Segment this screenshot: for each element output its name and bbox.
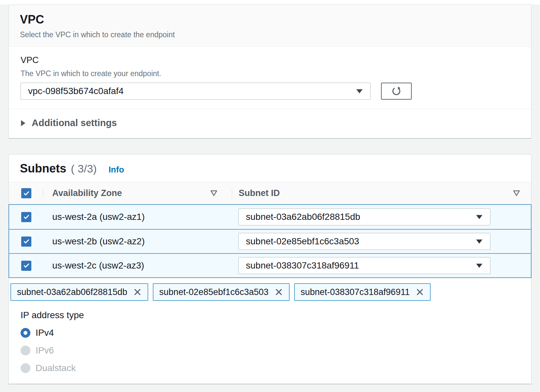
subnet-id-cell: subnet-03a62ab06f28815db	[232, 208, 531, 225]
subnets-table-body: us-west-2a (usw2-az1) subnet-03a62ab06f2…	[8, 204, 532, 278]
table-row: us-west-2a (usw2-az1) subnet-03a62ab06f2…	[9, 205, 531, 229]
availability-zone-cell: us-west-2b (usw2-az2)	[43, 236, 232, 247]
availability-zone-value: us-west-2b (usw2-az2)	[52, 236, 145, 247]
select-all-checkbox[interactable]	[21, 188, 31, 198]
subnet-select-value: subnet-02e85ebf1c6c3a503	[246, 236, 359, 247]
subnet-id-header-cell[interactable]: Subnet ID	[232, 188, 531, 198]
close-icon[interactable]	[416, 288, 424, 296]
subnet-token: subnet-03a62ab06f28815db	[10, 283, 148, 301]
subnet-select-value: subnet-038307c318af96911	[246, 260, 359, 271]
availability-zone-cell: us-west-2c (usw2-az3)	[43, 260, 232, 271]
panel-gap	[0, 139, 540, 154]
table-row: us-west-2c (usw2-az3) subnet-038307c318a…	[9, 253, 531, 277]
subnet-token-label: subnet-038307c318af96911	[301, 287, 410, 297]
row-checkbox[interactable]	[21, 212, 31, 222]
additional-settings-toggle[interactable]: Additional settings	[9, 109, 531, 138]
select-all-cell	[9, 188, 43, 198]
expand-triangle-icon	[21, 120, 26, 127]
availability-zone-cell: us-west-2a (usw2-az1)	[43, 212, 232, 222]
subnet-select[interactable]: subnet-02e85ebf1c6c3a503	[238, 233, 490, 250]
subnet-token-label: subnet-02e85ebf1c6c3a503	[159, 287, 269, 297]
subnet-select[interactable]: subnet-03a62ab06f28815db	[238, 208, 490, 225]
subnets-panel-header: Subnets ( 3/3) Info	[9, 155, 531, 182]
vpc-panel-title: VPC	[20, 13, 520, 26]
subnet-token-label: subnet-03a62ab06f28815db	[17, 287, 127, 297]
radio-option-dualstack: Dualstack	[21, 363, 519, 373]
ip-address-type-label: IP address type	[21, 310, 519, 320]
ipv6-radio	[21, 346, 30, 355]
subnet-id-cell: subnet-038307c318af96911	[232, 257, 531, 274]
row-checkbox[interactable]	[21, 261, 31, 271]
page-top-strip	[0, 0, 540, 5]
vpc-field-description: The VPC in which to create your endpoint…	[21, 69, 519, 78]
subnet-id-cell: subnet-02e85ebf1c6c3a503	[232, 233, 531, 250]
refresh-icon	[391, 86, 401, 96]
chevron-down-icon	[476, 263, 483, 268]
vpc-panel-subtitle: Select the VPC in which to create the en…	[20, 30, 520, 39]
subnet-select-value: subnet-03a62ab06f28815db	[246, 212, 360, 222]
chevron-down-icon	[476, 215, 483, 220]
chevron-down-icon	[356, 89, 363, 94]
radio-option-ipv6: IPv6	[21, 345, 519, 356]
table-row: us-west-2b (usw2-az2) subnet-02e85ebf1c6…	[9, 229, 531, 253]
sort-icon[interactable]	[513, 190, 520, 196]
row-checkbox[interactable]	[21, 237, 31, 247]
subnets-panel-title: Subnets	[20, 162, 66, 175]
subnet-select[interactable]: subnet-038307c318af96911	[238, 257, 490, 274]
additional-settings-label: Additional settings	[32, 118, 117, 128]
vpc-select-row: vpc-098f53b674c0afaf4	[21, 83, 519, 100]
chevron-down-icon	[476, 239, 483, 244]
refresh-button[interactable]	[381, 83, 412, 100]
availability-zone-value: us-west-2c (usw2-az3)	[52, 260, 144, 271]
ip-address-type-group: IP address type IPv4 IPv6 Dualstack	[21, 310, 519, 384]
sort-icon[interactable]	[210, 190, 217, 196]
subnets-count: ( 3/3)	[71, 162, 97, 175]
subnet-id-header-label: Subnet ID	[239, 188, 280, 198]
subnet-token-group: subnet-03a62ab06f28815db subnet-02e85ebf…	[10, 283, 520, 301]
vpc-panel-body: VPC The VPC in which to create your endp…	[9, 47, 531, 100]
subnet-token: subnet-02e85ebf1c6c3a503	[153, 283, 290, 301]
availability-zone-header-cell[interactable]: Availability Zone	[43, 188, 232, 198]
ipv6-radio-label: IPv6	[36, 345, 54, 356]
availability-zone-value: us-west-2a (usw2-az1)	[52, 212, 145, 222]
subnets-table-header: Availability Zone Subnet ID	[9, 182, 531, 204]
dualstack-radio-label: Dualstack	[36, 363, 76, 373]
vpc-select[interactable]: vpc-098f53b674c0afaf4	[21, 83, 371, 100]
row-select-cell	[9, 212, 43, 222]
availability-zone-header-label: Availability Zone	[52, 188, 122, 198]
close-icon[interactable]	[133, 288, 142, 296]
dualstack-radio	[21, 363, 30, 373]
info-link[interactable]: Info	[108, 165, 124, 175]
vpc-panel-header: VPC Select the VPC in which to create th…	[9, 5, 531, 47]
subnets-panel: Subnets ( 3/3) Info Availability Zone Su…	[8, 154, 532, 384]
subnet-token: subnet-038307c318af96911	[294, 283, 431, 301]
vpc-panel: VPC Select the VPC in which to create th…	[8, 5, 532, 139]
row-select-cell	[9, 237, 43, 247]
vpc-field-label: VPC	[21, 55, 519, 65]
ipv4-radio-label: IPv4	[36, 328, 54, 338]
close-icon[interactable]	[275, 288, 283, 296]
ipv4-radio[interactable]	[21, 328, 30, 338]
vpc-select-value: vpc-098f53b674c0afaf4	[28, 86, 124, 96]
radio-option-ipv4: IPv4	[21, 328, 519, 338]
row-select-cell	[9, 261, 43, 271]
